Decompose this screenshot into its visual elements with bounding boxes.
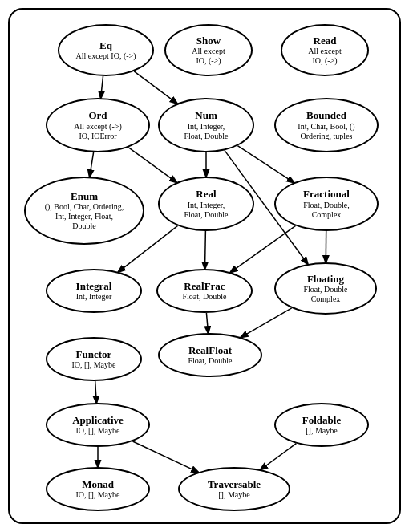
svg-line-11 xyxy=(206,313,208,333)
node-title-read: Read xyxy=(314,35,337,47)
node-title-integral: Integral xyxy=(76,280,112,293)
node-traversable: Traversable[], Maybe xyxy=(178,467,290,511)
node-subtitle-traversable: [], Maybe xyxy=(218,490,249,500)
svg-line-1 xyxy=(134,71,177,104)
node-subtitle-monad: IO, [], Maybe xyxy=(76,490,120,500)
node-subtitle-floating: Float, Double Complex xyxy=(304,285,348,304)
node-functor: FunctorIO, [], Maybe xyxy=(46,337,142,381)
node-title-monad: Monad xyxy=(82,478,114,491)
node-title-enum: Enum xyxy=(71,190,98,203)
node-subtitle-real: Int, Integer, Float, Double xyxy=(184,201,229,220)
node-fractional: FractionalFloat, Double, Complex xyxy=(274,177,379,231)
svg-line-15 xyxy=(132,441,198,472)
node-title-applicative: Applicative xyxy=(72,414,124,427)
node-subtitle-realfloat: Float, Double xyxy=(188,356,233,366)
node-title-bounded: Bounded xyxy=(306,109,346,122)
node-ord: OrdAll except (->) IO, IOError xyxy=(46,98,150,152)
node-title-real: Real xyxy=(196,188,216,201)
svg-line-9 xyxy=(230,225,295,272)
node-subtitle-enum: (), Bool, Char, Ordering, Int, Integer, … xyxy=(45,202,124,231)
node-applicative: ApplicativeIO, [], Maybe xyxy=(46,403,150,447)
svg-line-8 xyxy=(205,231,206,269)
node-subtitle-fractional: Float, Double, Complex xyxy=(303,201,350,220)
node-subtitle-read: All except IO, (->) xyxy=(308,47,341,66)
node-subtitle-eq: All except IO, (->) xyxy=(75,51,136,61)
svg-line-12 xyxy=(241,308,291,337)
node-title-realfloat: RealFloat xyxy=(188,344,232,357)
node-foldable: Foldable[], Maybe xyxy=(274,403,369,447)
svg-line-6 xyxy=(128,148,176,183)
node-subtitle-applicative: IO, [], Maybe xyxy=(76,426,120,436)
node-subtitle-integral: Int, Integer xyxy=(76,292,111,302)
node-read: ReadAll except IO, (->) xyxy=(281,24,369,76)
node-subtitle-num: Int, Integer, Float, Double xyxy=(184,122,229,141)
node-subtitle-ord: All except (->) IO, IOError xyxy=(74,122,122,141)
node-bounded: BoundedInt, Char, Bool, () Ordering, tup… xyxy=(274,98,379,152)
svg-line-3 xyxy=(237,146,294,183)
svg-line-5 xyxy=(90,152,94,177)
node-real: RealInt, Integer, Float, Double xyxy=(158,177,254,231)
node-title-functor: Functor xyxy=(76,348,112,361)
node-title-floating: Floating xyxy=(307,273,344,286)
node-title-show: Show xyxy=(196,35,221,47)
node-title-realfrac: RealFrac xyxy=(184,280,225,293)
node-title-ord: Ord xyxy=(88,109,107,122)
node-show: ShowAll except IO, (->) xyxy=(164,24,253,76)
svg-line-0 xyxy=(101,76,103,98)
node-subtitle-realfrac: Float, Double xyxy=(183,292,227,302)
node-title-eq: Eq xyxy=(99,39,112,52)
node-title-foldable: Foldable xyxy=(302,414,341,427)
node-realfrac: RealFracFloat, Double xyxy=(156,269,253,313)
node-subtitle-functor: IO, [], Maybe xyxy=(72,360,116,370)
node-subtitle-bounded: Int, Char, Bool, () Ordering, tuples xyxy=(298,122,354,141)
node-eq: EqAll except IO, (->) xyxy=(58,24,154,76)
node-title-traversable: Traversable xyxy=(208,478,261,491)
node-title-num: Num xyxy=(195,109,217,122)
node-num: NumInt, Integer, Float, Double xyxy=(158,98,254,152)
node-title-fractional: Fractional xyxy=(303,188,350,201)
diagram-container: EqAll except IO, (->)ShowAll except IO, … xyxy=(8,8,401,524)
node-subtitle-foldable: [], Maybe xyxy=(306,426,337,436)
node-subtitle-show: All except IO, (->) xyxy=(192,47,225,66)
svg-line-16 xyxy=(261,444,296,470)
node-integral: IntegralInt, Integer xyxy=(46,269,142,313)
node-enum: Enum(), Bool, Char, Ordering, Int, Integ… xyxy=(24,177,144,245)
node-monad: MonadIO, [], Maybe xyxy=(46,467,150,511)
node-floating: FloatingFloat, Double Complex xyxy=(274,262,377,315)
node-realfloat: RealFloatFloat, Double xyxy=(158,333,262,377)
svg-line-13 xyxy=(95,381,97,403)
